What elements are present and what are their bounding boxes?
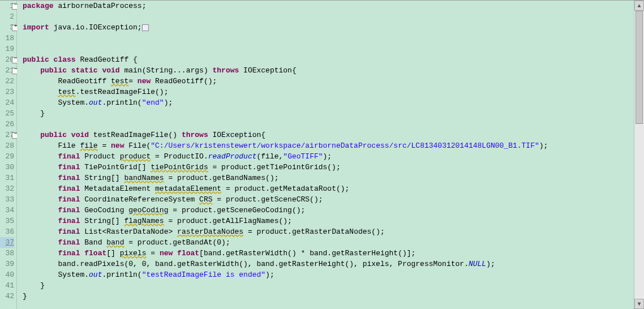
line-number[interactable]: 1 <box>0 1 14 11</box>
code-token: final <box>58 195 80 204</box>
code-line[interactable]: final String[] bandNames = product.getBa… <box>23 173 634 183</box>
line-number: 26 <box>0 119 14 130</box>
code-line[interactable] <box>23 11 634 22</box>
line-number[interactable]: 3 <box>0 22 14 33</box>
code-line[interactable]: File file = new File("C:/Users/kristenst… <box>23 140 634 151</box>
code-token: main(String...args) <box>120 66 213 75</box>
code-line[interactable]: final String[] flagNames = product.getAl… <box>23 216 634 226</box>
code-line[interactable]: final CoordinateReferenceSystem CRS = pr… <box>23 194 634 205</box>
code-line[interactable]: final Product product = ProductIO.readPr… <box>23 151 634 162</box>
code-line[interactable]: ReadGeotiff test= new ReadGeotiff(); <box>23 76 634 87</box>
code-token <box>23 249 58 258</box>
line-number[interactable]: 21 <box>0 65 14 76</box>
code-line[interactable]: band.readPixels(0, 0, band.getRasterWidt… <box>23 259 634 269</box>
code-token: (file, <box>257 152 284 161</box>
code-token: GeoCoding <box>80 206 128 214</box>
code-token: IOException{ <box>208 131 265 139</box>
code-line[interactable]: final GeoCoding geoCoding = product.getS… <box>23 205 634 216</box>
vertical-scrollbar[interactable]: ▲ ▼ <box>634 1 644 309</box>
code-line[interactable]: final MetadataElement metadataElement = … <box>23 183 634 194</box>
code-token: import <box>23 23 49 32</box>
code-token: product <box>120 152 151 161</box>
line-number: 19 <box>0 44 14 54</box>
code-token: [band.getRasterWidth() * band.getRasterH… <box>199 249 415 258</box>
line-number: 38 <box>0 248 14 259</box>
code-token: new <box>138 77 151 85</box>
line-number: 35 <box>0 216 14 226</box>
code-token: "GeoTIFF" <box>283 152 323 161</box>
code-token: = <box>98 141 111 150</box>
code-line[interactable]: System.out.println("testReadImageFile is… <box>23 269 634 280</box>
line-number: 31 <box>0 173 14 183</box>
scroll-up-button[interactable]: ▲ <box>634 1 644 11</box>
code-token: = <box>146 249 159 258</box>
code-token: geoCoding <box>128 206 168 214</box>
code-line[interactable]: public void testReadImageFile() throws I… <box>23 130 634 140</box>
code-token: "C:/Users/kristenstewert/workspace/airbo… <box>151 141 539 150</box>
code-token: .println( <box>102 271 141 279</box>
code-line[interactable] <box>23 119 634 130</box>
code-token: throws <box>212 66 239 75</box>
code-token: = product.getSceneGeoCoding(); <box>168 206 305 214</box>
code-token: final float <box>58 249 106 258</box>
code-line[interactable]: final List<RasterDataNode> rasterDataNod… <box>23 226 634 237</box>
collapsed-region-icon[interactable] <box>142 24 149 31</box>
code-token <box>23 228 58 236</box>
line-number: 24 <box>0 97 14 108</box>
code-token: final <box>58 152 80 161</box>
code-token: ); <box>323 152 332 161</box>
code-token <box>23 217 58 225</box>
code-token: final <box>58 163 80 171</box>
code-line[interactable] <box>23 33 634 44</box>
line-number: 39 <box>0 259 14 269</box>
code-token: public class <box>23 55 76 64</box>
code-line[interactable]: } <box>23 280 634 291</box>
code-line[interactable]: package airborneDataProcess; <box>23 1 634 11</box>
code-token: System. <box>23 271 89 279</box>
code-line[interactable]: } <box>23 108 634 119</box>
scroll-track[interactable] <box>634 11 644 299</box>
code-token: out <box>89 271 102 279</box>
code-token: = product.getRasterDataNodes(); <box>243 228 385 236</box>
code-token: String[] <box>80 174 124 182</box>
code-line[interactable]: final TiePointGrid[] tiePointGrids = pro… <box>23 162 634 173</box>
code-line[interactable]: public class ReadGeotiff { <box>23 54 634 65</box>
scroll-down-button[interactable]: ▼ <box>634 299 644 309</box>
code-token: metadataElement <box>155 184 221 193</box>
code-line[interactable]: test.testReadImageFile(); <box>23 87 634 97</box>
line-number[interactable]: 27 <box>0 130 14 140</box>
code-token: tiePointGrids <box>151 163 208 171</box>
code-token: File( <box>124 141 151 150</box>
code-token: ReadGeotiff { <box>76 55 138 64</box>
line-number-gutter: 1231819202122232425262728293031323334353… <box>0 1 17 309</box>
code-token <box>23 174 58 182</box>
scroll-thumb[interactable] <box>636 11 643 124</box>
code-line[interactable]: public static void main(String...args) t… <box>23 65 634 76</box>
code-token: = product.getBandAt(0); <box>124 238 230 247</box>
code-token: "testReadImageFile is ended" <box>142 271 265 279</box>
code-line[interactable]: } <box>23 291 634 302</box>
code-editor[interactable]: package airborneDataProcess;import java.… <box>17 1 634 309</box>
code-line[interactable]: final Band band = product.getBandAt(0); <box>23 237 634 248</box>
line-number: 25 <box>0 108 14 119</box>
code-token: ); <box>164 98 173 107</box>
line-number[interactable]: 20 <box>0 54 14 65</box>
code-token: file <box>80 141 97 150</box>
line-number: 18 <box>0 33 14 44</box>
code-line[interactable]: System.out.println("end"); <box>23 97 634 108</box>
code-line[interactable] <box>23 44 634 54</box>
code-token: public void <box>40 131 89 139</box>
line-number: 30 <box>0 162 14 173</box>
code-line[interactable]: import java.io.IOException; <box>23 22 634 33</box>
line-number: 36 <box>0 226 14 237</box>
code-line[interactable]: final float[] pixels = new float[band.ge… <box>23 248 634 259</box>
line-number: 22 <box>0 76 14 87</box>
code-token: = product.getTiePointGrids(); <box>208 163 341 171</box>
code-token: final <box>58 228 80 236</box>
code-token: List<RasterDataNode> <box>80 228 177 236</box>
code-token: .println( <box>102 98 141 107</box>
code-token: band <box>106 238 124 247</box>
line-number: 40 <box>0 269 14 280</box>
code-token <box>23 206 58 214</box>
line-number: 41 <box>0 280 14 291</box>
